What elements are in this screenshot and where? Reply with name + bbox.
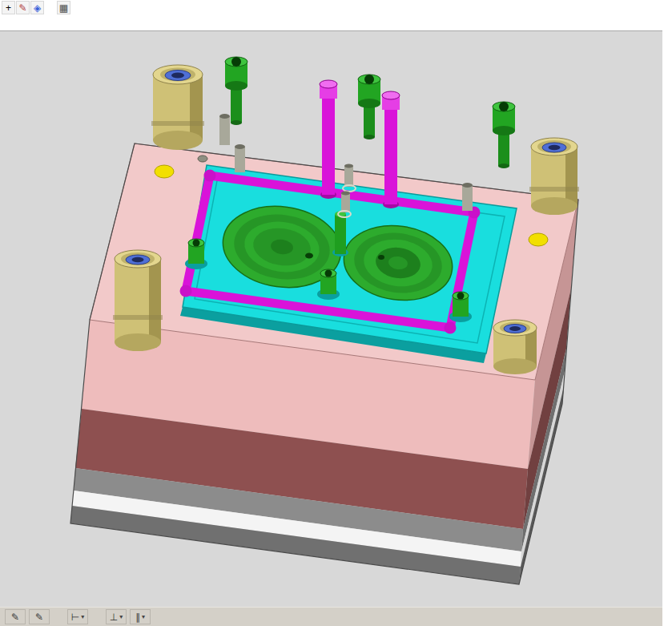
guide-bushing-bottom-right	[493, 320, 537, 374]
cad-application-window: + ✎ ◈ ▦	[0, 0, 672, 626]
parallel-constraint-tool[interactable]: ∥ ▾	[130, 609, 151, 624]
mold-assembly-3d-view	[0, 31, 662, 608]
riser-tube	[322, 95, 335, 195]
bushing-bottom	[153, 131, 203, 150]
bushing-bore-center	[132, 257, 144, 262]
pin-top	[219, 114, 230, 119]
hex-socket-icon	[231, 57, 241, 67]
pin-body	[235, 147, 245, 172]
bushing-shade	[565, 147, 577, 206]
perpendicular-constraint-tool[interactable]: ⊥ ▾	[106, 609, 127, 624]
pin-top	[344, 164, 353, 168]
chevron-down-icon[interactable]: ▾	[142, 613, 145, 620]
sketch-line-tool[interactable]: ✎	[5, 609, 26, 624]
parallel-icon: ∥	[135, 612, 140, 623]
dimension-tool[interactable]: ⊢ ▾	[67, 609, 88, 624]
pin-body	[341, 193, 350, 212]
bushing-bottom	[493, 358, 537, 374]
pin-top	[235, 144, 245, 149]
hex-socket-icon	[499, 102, 509, 111]
cap-screw-short-center	[317, 269, 340, 300]
right-margin	[662, 0, 672, 626]
bushing-collar	[151, 121, 204, 126]
bushing-collar	[529, 187, 579, 192]
hex-socket-icon	[325, 270, 332, 277]
runner-riser-right	[382, 91, 400, 208]
bushing-bottom	[115, 333, 161, 351]
bushing-bore-center	[549, 145, 561, 150]
cap-screw-tall-right	[493, 102, 515, 168]
screw-shaft-end	[498, 164, 509, 168]
riser-tube	[384, 107, 397, 204]
bottom-toolbar: ✎ ✎ ⊢ ▾ ⊥ ▾ ∥ ▾	[0, 607, 662, 626]
grid-pattern-icon[interactable]: ▦	[57, 1, 70, 14]
datum-plus-icon[interactable]: +	[2, 1, 15, 14]
runner-joint	[204, 170, 216, 182]
guide-bushing-top-left	[151, 65, 204, 150]
screw-head-bottom	[493, 126, 515, 135]
chevron-down-icon[interactable]: ▾	[81, 613, 84, 620]
bushing-collar	[113, 315, 163, 320]
model-viewport[interactable]	[0, 30, 662, 608]
guide-bushing-bottom-left	[113, 250, 163, 351]
pin-body	[335, 214, 346, 254]
runner-joint	[445, 322, 457, 334]
screw-head-bottom	[358, 99, 380, 108]
chevron-down-icon[interactable]: ▾	[119, 613, 123, 620]
bushing-bore-center	[509, 326, 521, 331]
screw-shaft-end	[364, 135, 375, 139]
runner-riser-left	[320, 80, 337, 199]
bushing-shade	[149, 259, 161, 342]
hex-socket-icon	[457, 293, 465, 300]
pin-body	[462, 185, 473, 211]
sketch-curve-icon: ✎	[35, 612, 43, 623]
bushing-bore-center	[171, 73, 184, 79]
dynamic-view-icon[interactable]: ◈	[30, 1, 44, 14]
sketch-pencil-icon[interactable]: ✎	[16, 1, 30, 14]
cavity-right-hole	[378, 255, 384, 260]
dimension-icon: ⊢	[71, 612, 79, 623]
pin-body	[219, 116, 230, 145]
sketch-line-icon: ✎	[11, 612, 19, 623]
riser-cap-top	[382, 91, 400, 99]
perpendicular-icon: ⊥	[110, 612, 118, 623]
pin-body	[344, 166, 353, 187]
top-toolbar: + ✎ ◈ ▦	[0, 0, 672, 30]
hex-socket-icon	[364, 75, 374, 84]
runner-joint	[180, 285, 192, 297]
bushing-shade	[190, 75, 203, 140]
locating-hole-right	[529, 233, 548, 246]
hex-socket-icon	[193, 240, 200, 247]
locating-hole-left	[155, 165, 174, 178]
screw-shaft	[498, 131, 509, 166]
screw-shaft-end	[231, 120, 242, 125]
bushing-bottom	[531, 197, 577, 215]
cap-screw-short-left	[185, 239, 207, 269]
sketch-curve-tool[interactable]: ✎	[29, 609, 50, 624]
pin-top	[341, 191, 350, 195]
guide-bushing-top-right	[529, 138, 579, 215]
small-screw-head	[198, 155, 207, 162]
riser-cap-top	[320, 80, 337, 88]
center-return-pin	[332, 212, 348, 257]
screw-head-bottom	[225, 81, 247, 91]
pin-top	[462, 183, 473, 188]
cap-screw-tall-center	[358, 75, 380, 139]
cavity-left-hole	[305, 253, 313, 259]
cap-screw-short-right	[449, 292, 472, 322]
